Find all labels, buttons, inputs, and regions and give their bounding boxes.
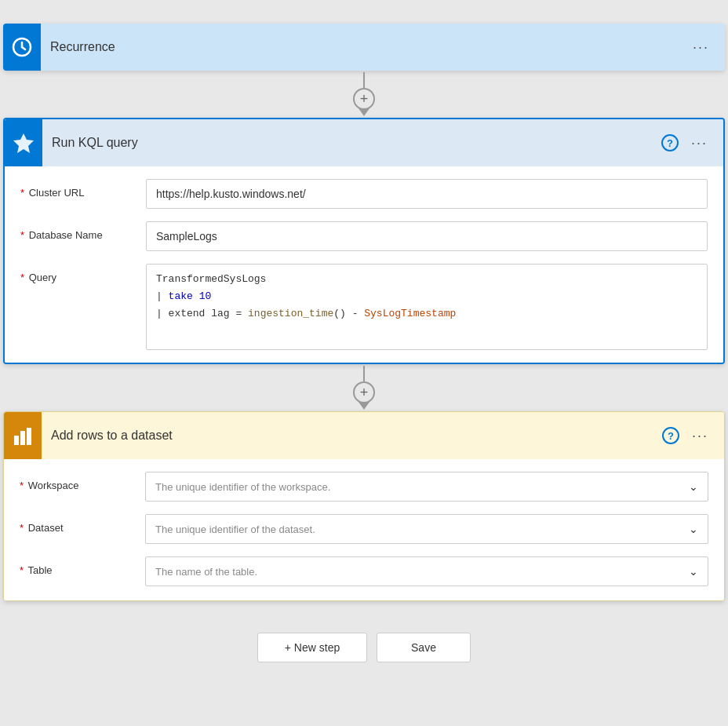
dataset-required: * — [20, 522, 24, 534]
addrows-title: Add rows to a dataset — [51, 429, 662, 443]
recurrence-icon-box — [3, 24, 41, 71]
table-chevron-icon: ⌄ — [689, 565, 698, 578]
kql-title: Run KQL query — [52, 136, 661, 150]
workspace-label: * Workspace — [20, 472, 145, 491]
kql-icon-box — [5, 119, 42, 166]
addrows-more-button[interactable]: ··· — [689, 428, 712, 444]
database-name-input[interactable] — [146, 221, 708, 251]
addrows-body: * Workspace The unique identifier of the… — [4, 459, 724, 600]
workspace-dropdown[interactable]: The unique identifier of the workspace. … — [145, 472, 708, 502]
svg-rect-6 — [27, 428, 31, 445]
recurrence-actions: ··· — [690, 39, 712, 56]
svg-line-2 — [22, 47, 25, 49]
kql-help-button[interactable]: ? — [661, 134, 679, 151]
add-step-button-1[interactable]: + — [353, 88, 375, 110]
add-step-button-2[interactable]: + — [353, 381, 375, 403]
addrows-help-button[interactable]: ? — [662, 427, 679, 444]
query-line-2: | take 10 — [156, 288, 697, 305]
dataset-label: * Dataset — [20, 514, 145, 534]
query-input[interactable]: TransformedSysLogs | take 10 | extend la… — [146, 264, 708, 350]
connector-line-top-1 — [363, 72, 365, 88]
recurrence-card: Recurrence ··· — [3, 24, 725, 71]
cluster-url-label: * Cluster URL — [20, 179, 146, 199]
workspace-dropdown-wrapper[interactable]: The unique identifier of the workspace. … — [145, 472, 708, 502]
svg-marker-3 — [13, 133, 34, 153]
table-required: * — [20, 564, 24, 576]
barchart-icon — [12, 425, 34, 447]
dataset-placeholder: The unique identifier of the dataset. — [155, 524, 315, 535]
new-step-button[interactable]: + New step — [257, 633, 367, 662]
connector-1: + — [353, 72, 375, 116]
query-line-3: | extend lag = ingestion_time() - SysLog… — [156, 305, 697, 323]
workspace-required: * — [20, 480, 24, 491]
dataset-chevron-icon: ⌄ — [689, 523, 698, 535]
connector-line-top-2 — [363, 366, 365, 381]
recurrence-header: Recurrence ··· — [3, 24, 725, 71]
database-name-row: * Database Name — [20, 221, 708, 253]
database-name-label: * Database Name — [20, 221, 146, 241]
dataset-dropdown[interactable]: The unique identifier of the dataset. ⌄ — [145, 514, 708, 544]
cluster-url-required: * — [20, 187, 24, 199]
connector-2: + — [353, 366, 375, 410]
table-row: * Table The name of the table. ⌄ — [20, 556, 708, 588]
dataset-dropdown-wrapper[interactable]: The unique identifier of the dataset. ⌄ — [145, 514, 708, 544]
addrows-header: Add rows to a dataset ? ··· — [4, 412, 724, 459]
kql-header: Run KQL query ? ··· — [5, 119, 723, 166]
kql-card: Run KQL query ? ··· * Cluster URL * Data… — [3, 118, 725, 364]
workspace-chevron-icon: ⌄ — [689, 480, 698, 493]
clock-icon — [11, 36, 33, 58]
recurrence-title: Recurrence — [50, 40, 690, 54]
query-label: * Query — [20, 264, 146, 283]
save-button[interactable]: Save — [377, 633, 471, 662]
cluster-url-input[interactable] — [146, 179, 708, 209]
kql-actions: ? ··· — [661, 134, 711, 151]
kql-more-button[interactable]: ··· — [688, 135, 711, 151]
svg-rect-4 — [14, 436, 19, 445]
table-dropdown-wrapper[interactable]: The name of the table. ⌄ — [145, 556, 708, 586]
addrows-card: Add rows to a dataset ? ··· * Workspace … — [3, 411, 725, 601]
addrows-actions: ? ··· — [662, 427, 712, 444]
svg-rect-5 — [20, 431, 25, 445]
query-line-1: TransformedSysLogs — [156, 271, 697, 288]
kql-body: * Cluster URL * Database Name * Query — [5, 166, 723, 363]
table-placeholder: The name of the table. — [155, 566, 257, 578]
dataset-row: * Dataset The unique identifier of the d… — [20, 514, 708, 545]
query-required: * — [20, 272, 24, 283]
table-dropdown[interactable]: The name of the table. ⌄ — [145, 556, 708, 586]
addrows-icon-box — [4, 412, 42, 459]
bottom-actions: + New step Save — [257, 633, 471, 662]
recurrence-more-button[interactable]: ··· — [690, 39, 712, 56]
workspace-placeholder: The unique identifier of the workspace. — [155, 481, 330, 493]
workspace-row: * Workspace The unique identifier of the… — [20, 472, 708, 503]
query-row: * Query TransformedSysLogs | take 10 | e… — [20, 264, 708, 350]
table-label: * Table — [20, 556, 145, 576]
database-name-required: * — [20, 229, 24, 241]
cluster-url-row: * Cluster URL — [20, 179, 708, 210]
kql-icon — [12, 131, 35, 155]
